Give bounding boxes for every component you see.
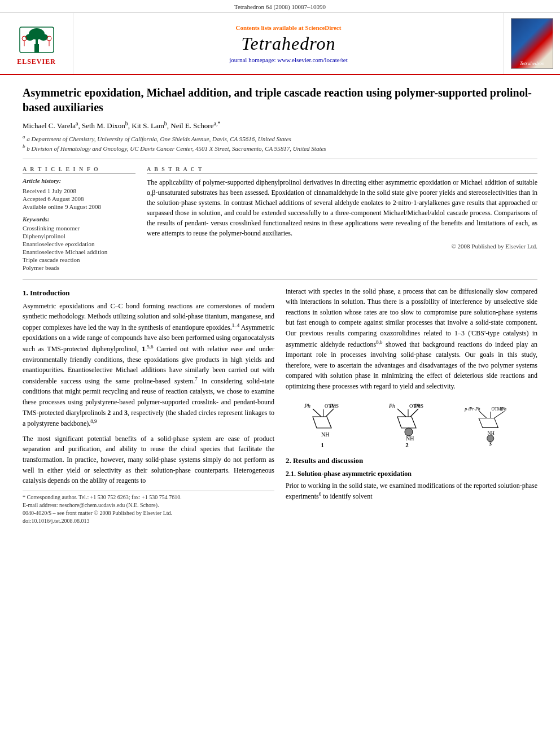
body-col-right: interact with species in the solid phase… bbox=[286, 286, 537, 525]
svg-marker-33 bbox=[479, 418, 498, 427]
structure-2-svg: Ph Ph OTMS bbox=[378, 401, 445, 452]
results-para1: Prior to working in the solid state, we … bbox=[286, 480, 537, 502]
article-info-col: A R T I C L E I N F O Article history: R… bbox=[23, 166, 135, 272]
affiliation-b: b b Division of Hematology and Oncology,… bbox=[23, 143, 537, 152]
intro-para2: The most significant potential benefits … bbox=[23, 434, 274, 486]
footnote-corresponding: * Corresponding author. Tel.: +1 530 752… bbox=[23, 493, 274, 501]
footnote-doi: doi:10.1016/j.tet.2008.08.013 bbox=[23, 517, 274, 525]
svg-marker-23 bbox=[397, 417, 416, 428]
affiliations: a a Department of Chemistry, University … bbox=[23, 134, 537, 151]
elsevier-label: ELSEVIER bbox=[17, 58, 56, 66]
info-abstract-section: A R T I C L E I N F O Article history: R… bbox=[23, 166, 537, 272]
svg-line-22 bbox=[410, 409, 418, 417]
chemical-structures: Ph Ph OTMS NH bbox=[286, 401, 537, 452]
svg-text:p-iPr-Ph: p-iPr-Ph bbox=[464, 406, 480, 411]
svg-rect-0 bbox=[34, 44, 39, 53]
svg-line-31 bbox=[479, 411, 487, 418]
footnote-email: E-mail address: neschore@chem.ucdavis.ed… bbox=[23, 501, 274, 509]
structure-3-svg: p-iPr-Ph Ph OTMS NH bbox=[462, 401, 530, 452]
svg-line-21 bbox=[397, 409, 406, 417]
keyword-1: Crosslinking monomer bbox=[23, 225, 135, 231]
structure-1-svg: Ph Ph OTMS NH bbox=[293, 401, 361, 452]
keyword-2: Diphenylprolinol bbox=[23, 233, 135, 239]
svg-text:1: 1 bbox=[321, 442, 324, 448]
svg-text:NH: NH bbox=[321, 431, 329, 438]
page-wrapper: Tetrahedron 64 (2008) 10087–10090 bbox=[0, 0, 560, 747]
top-bar: Tetrahedron 64 (2008) 10087–10090 bbox=[0, 0, 560, 13]
abstract-text: The applicability of polymer-supported d… bbox=[147, 177, 537, 238]
science-direct-link[interactable]: ScienceDirect bbox=[305, 24, 341, 31]
journal-title: Tetrahedron bbox=[242, 33, 336, 54]
svg-text:OTMS: OTMS bbox=[409, 403, 423, 409]
svg-text:OTMS: OTMS bbox=[491, 406, 503, 411]
header-right: Tetrahedron bbox=[504, 13, 560, 74]
right-para1: interact with species in the solid phase… bbox=[286, 286, 537, 392]
structure-2: Ph Ph OTMS bbox=[378, 401, 445, 452]
divider-2 bbox=[23, 279, 537, 279]
header-left: ELSEVIER bbox=[0, 13, 73, 74]
abstract-col: A B S T R A C T The applicability of pol… bbox=[147, 166, 537, 272]
copyright-line: © 2008 Published by Elsevier Ltd. bbox=[147, 243, 537, 250]
header-center: Contents lists available at ScienceDirec… bbox=[73, 13, 504, 74]
footnote-section: * Corresponding author. Tel.: +1 530 752… bbox=[23, 491, 274, 525]
body-col-left: 1. Introduction Asymmetric epoxidations … bbox=[23, 286, 274, 525]
history-label: Article history: bbox=[23, 177, 135, 184]
received-date: Received 1 July 2008 bbox=[23, 187, 135, 194]
available-date: Available online 9 August 2008 bbox=[23, 203, 135, 210]
svg-text:NH: NH bbox=[406, 435, 414, 442]
keyword-6: Polymer beads bbox=[23, 264, 135, 271]
science-direct-line: Contents lists available at ScienceDirec… bbox=[236, 24, 342, 31]
results-title: 2. Results and discussion bbox=[286, 456, 537, 465]
svg-line-13 bbox=[326, 409, 334, 417]
svg-point-24 bbox=[405, 428, 413, 436]
svg-point-4 bbox=[39, 34, 48, 41]
svg-text:3: 3 bbox=[489, 441, 492, 447]
svg-text:2: 2 bbox=[405, 442, 409, 448]
structure-3: p-iPr-Ph Ph OTMS NH bbox=[462, 401, 530, 452]
homepage-url[interactable]: www.elsevier.com/locate/tet bbox=[277, 56, 348, 63]
journal-header: ELSEVIER Contents lists available at Sci… bbox=[0, 13, 560, 75]
divider-1 bbox=[23, 159, 537, 159]
body-section: 1. Introduction Asymmetric epoxidations … bbox=[23, 286, 537, 525]
abstract-heading: A B S T R A C T bbox=[147, 166, 537, 174]
footnote-issn: 0040-4020/$ – see front matter © 2008 Pu… bbox=[23, 509, 274, 517]
svg-point-3 bbox=[25, 34, 34, 41]
svg-line-32 bbox=[495, 411, 505, 418]
structure-1: Ph Ph OTMS NH bbox=[293, 401, 361, 452]
elsevier-logo-icon bbox=[14, 21, 59, 55]
thumb-label: Tetrahedron bbox=[520, 60, 545, 66]
accepted-date: Accepted 6 August 2008 bbox=[23, 195, 135, 202]
introduction-title: 1. Introduction bbox=[23, 289, 274, 298]
keyword-4: Enantioselective Michael addition bbox=[23, 248, 135, 255]
keyword-3: Enantioselective epoxidation bbox=[23, 241, 135, 247]
keyword-5: Triple cascade reaction bbox=[23, 256, 135, 263]
authors-line: Michael C. Varelaa, Seth M. Dixonb, Kit … bbox=[23, 120, 537, 130]
svg-text:Ph: Ph bbox=[304, 403, 310, 409]
journal-thumbnail: Tetrahedron bbox=[511, 18, 553, 69]
intro-para1: Asymmetric epoxidations and C–C bond for… bbox=[23, 301, 274, 429]
journal-citation: Tetrahedron 64 (2008) 10087–10090 bbox=[234, 3, 326, 10]
journal-homepage: journal homepage: www.elsevier.com/locat… bbox=[229, 56, 347, 63]
results-subtitle: 2.1. Solution-phase asymmetric epoxidati… bbox=[286, 470, 537, 478]
keywords-heading: Keywords: bbox=[23, 216, 135, 222]
svg-text:OTMS: OTMS bbox=[325, 403, 339, 409]
svg-marker-14 bbox=[313, 417, 331, 428]
article-content: Asymmetric epoxidation, Michael addition… bbox=[0, 75, 560, 536]
article-title: Asymmetric epoxidation, Michael addition… bbox=[23, 85, 537, 115]
svg-line-12 bbox=[313, 409, 321, 417]
article-info-heading: A R T I C L E I N F O bbox=[23, 166, 135, 174]
affiliation-a: a a Department of Chemistry, University … bbox=[23, 134, 537, 142]
svg-text:Ph: Ph bbox=[388, 403, 395, 409]
